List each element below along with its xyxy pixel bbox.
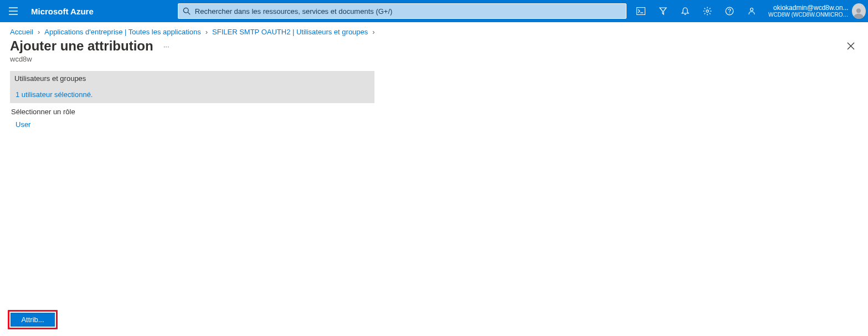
help-icon[interactable] [718,0,741,22]
assign-button[interactable]: Attrib... [11,313,55,327]
cloud-shell-icon[interactable] [630,0,652,22]
page-title: Ajouter une attribution [10,38,153,54]
global-search-input[interactable] [195,7,622,16]
svg-marker-7 [660,8,666,14]
account-menu[interactable]: okiokadmin@wcd8w.on... WCD8W (WCD8W.ONMI… [763,3,868,19]
chevron-right-icon: › [372,28,374,36]
notifications-icon[interactable] [674,0,696,22]
global-search[interactable] [178,3,626,19]
svg-rect-5 [637,8,645,15]
account-text: okiokadmin@wcd8w.on... WCD8W (WCD8W.ONMI… [768,4,849,18]
more-actions-icon[interactable]: ··· [161,40,172,53]
svg-point-19 [729,13,730,14]
svg-line-15 [710,13,711,14]
brand-label[interactable]: Microsoft Azure [27,7,100,16]
users-groups-label: Utilisateurs et groupes [10,71,374,86]
avatar [852,3,866,19]
svg-point-9 [706,10,708,12]
settings-gear-icon[interactable] [696,0,718,22]
breadcrumb-home[interactable]: Accueil [10,28,33,36]
page-subtitle: wcd8w [0,54,868,71]
users-groups-selector[interactable]: 1 utilisateur sélectionné. [10,86,374,103]
breadcrumb: Accueil › Applications d'entreprise | To… [0,22,868,38]
role-value[interactable]: User [16,120,30,129]
svg-point-20 [751,8,753,11]
search-icon [183,7,191,15]
account-email: okiokadmin@wcd8w.on... [768,4,849,12]
assignment-panel: Utilisateurs et groupes 1 utilisateur sé… [10,71,374,131]
select-role-label: Sélectionner un rôle [10,103,374,118]
close-icon[interactable] [844,39,858,53]
feedback-icon[interactable] [741,0,763,22]
role-selector[interactable]: User [10,118,374,131]
search-wrap [178,3,626,19]
users-groups-value[interactable]: 1 utilisateur sélectionné. [16,90,93,99]
breadcrumb-app-users-groups[interactable]: SFILER SMTP OAUTH2 | Utilisateurs et gro… [212,28,368,36]
svg-line-4 [188,12,190,14]
footer-bar: Attrib... [0,304,868,336]
account-tenant: WCD8W (WCD8W.ONMICROSOF... [768,12,849,18]
svg-point-3 [183,8,188,13]
breadcrumb-enterprise-apps[interactable]: Applications d'entreprise | Toutes les a… [44,28,201,36]
hamburger-menu-icon[interactable] [0,0,27,22]
svg-line-14 [705,8,706,9]
chevron-right-icon: › [206,28,208,36]
top-bar: Microsoft Azure okiokadmin@wcd8w.on... W… [0,0,868,22]
svg-line-17 [710,8,711,9]
content-area: Utilisateurs et groupes 1 utilisateur sé… [0,71,868,304]
directories-filter-icon[interactable] [652,0,674,22]
svg-point-21 [856,8,861,13]
highlighted-action: Attrib... [8,310,58,329]
svg-line-16 [705,13,706,14]
chevron-right-icon: › [38,28,40,36]
page-header: Ajouter une attribution ··· [0,38,868,54]
